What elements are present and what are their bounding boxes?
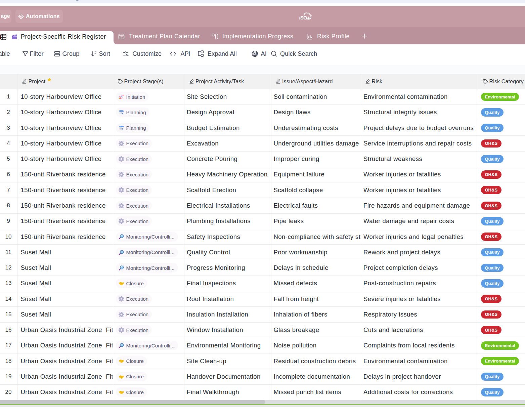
svg-text:iSO: iSO	[299, 15, 307, 20]
svg-text:AI: AI	[253, 52, 256, 55]
